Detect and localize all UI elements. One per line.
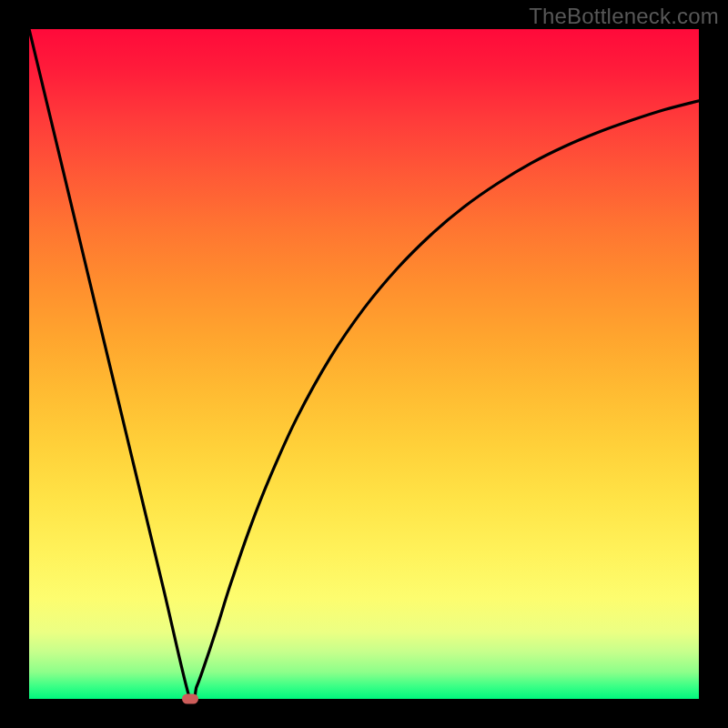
optimal-point-marker	[182, 694, 198, 704]
curve-path	[29, 29, 699, 699]
chart-plot-area	[29, 29, 699, 699]
watermark-text: TheBottleneck.com	[529, 4, 719, 29]
bottleneck-curve	[29, 29, 699, 699]
